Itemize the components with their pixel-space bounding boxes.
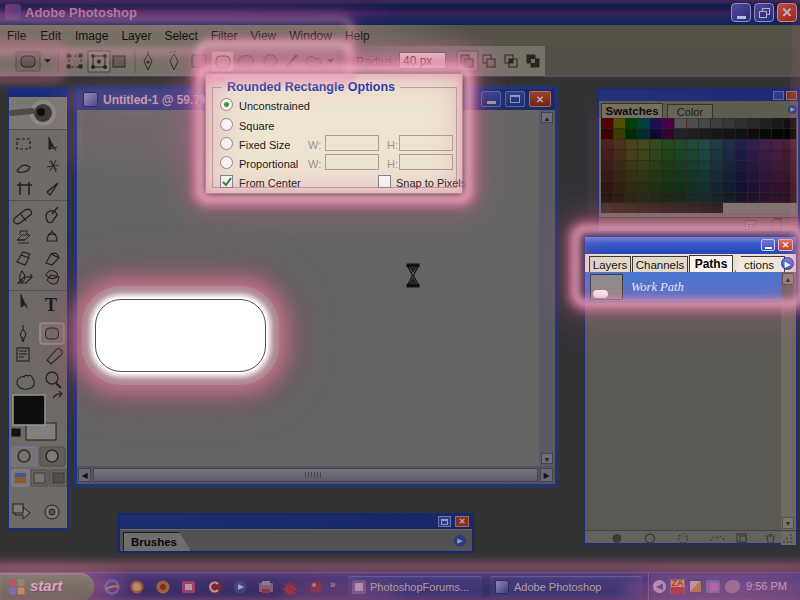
svg-text:T: T — [45, 295, 57, 315]
